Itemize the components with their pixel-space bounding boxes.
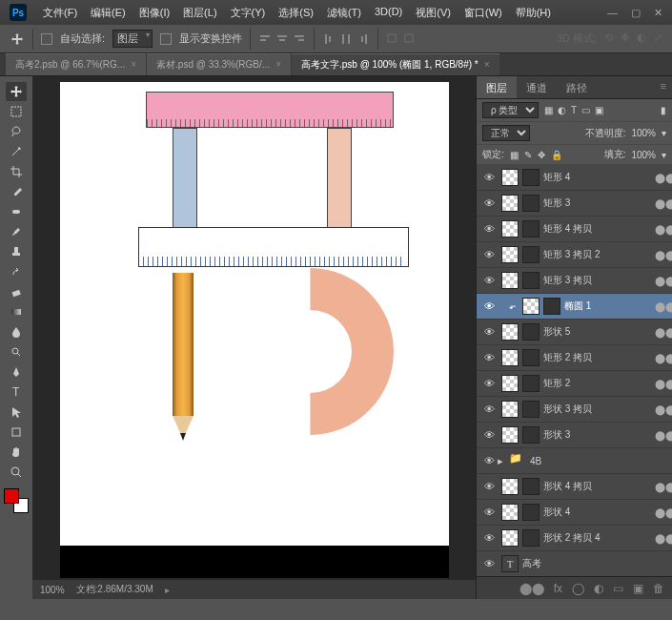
panel-menu-icon[interactable]: ≡ <box>655 76 672 98</box>
layer-name[interactable]: 矩形 3 <box>543 196 655 210</box>
align-icons[interactable] <box>258 32 306 46</box>
visibility-toggle[interactable]: 👁 <box>480 172 498 183</box>
dodge-tool[interactable] <box>6 342 27 362</box>
magic-wand-tool[interactable] <box>6 142 27 161</box>
menu-item[interactable]: 编辑(E) <box>84 6 132 20</box>
filter-kind-dropdown[interactable]: ρ 类型 <box>482 102 539 118</box>
layer-row[interactable]: 👁矩形 3 拷贝⬤⬤ <box>477 268 672 294</box>
statusbar-flyout-icon[interactable]: ▸ <box>165 585 170 595</box>
fill-value[interactable]: 100% <box>631 150 656 160</box>
new-layer-icon[interactable]: ▣ <box>633 582 643 595</box>
distribute-icons[interactable] <box>322 32 370 46</box>
lock-paint-icon[interactable]: ✎ <box>524 150 532 160</box>
visibility-toggle[interactable]: 👁 <box>480 223 498 235</box>
layer-fx-icon[interactable]: fx <box>554 582 562 595</box>
layer-row[interactable]: 👁矩形 2 拷贝⬤⬤ <box>477 345 672 371</box>
layer-row[interactable]: 👁矩形 3 拷贝 2⬤⬤ <box>477 242 672 268</box>
scale-icon[interactable]: ⤢ <box>654 31 662 46</box>
document-tab[interactable]: 高考文字.psb @ 100% (椭圆 1, RGB/8#) *× <box>292 53 499 75</box>
hand-tool[interactable] <box>6 443 27 462</box>
filter-smart-icon[interactable]: ▣ <box>595 105 603 115</box>
move-tool[interactable] <box>6 82 27 101</box>
filter-shape-icon[interactable]: ▭ <box>581 105 590 115</box>
auto-select-target-dropdown[interactable]: 图层 <box>112 30 153 48</box>
menu-item[interactable]: 滤镜(T) <box>320 6 368 20</box>
filter-type-icon[interactable]: T <box>571 105 577 115</box>
visibility-toggle[interactable]: 👁 <box>480 481 498 492</box>
stamp-tool[interactable] <box>6 242 27 261</box>
filter-pixel-icon[interactable]: ▦ <box>544 105 553 115</box>
blur-tool[interactable] <box>6 322 27 341</box>
history-brush-tool[interactable] <box>6 262 27 281</box>
layer-name[interactable]: 矩形 4 <box>543 171 655 184</box>
layer-row[interactable]: 👁形状 5⬤⬤ <box>477 320 672 345</box>
visibility-toggle[interactable]: 👁 <box>480 352 498 363</box>
tab-close-icon[interactable]: × <box>484 59 490 70</box>
zoom-tool[interactable] <box>6 463 27 482</box>
folder-toggle-icon[interactable]: ▸ <box>498 455 503 467</box>
adjustment-layer-icon[interactable]: ◐ <box>594 582 603 595</box>
layer-mask-icon[interactable]: ◯ <box>572 582 584 595</box>
layer-row[interactable]: 👁形状 4⬤⬤ <box>477 500 672 526</box>
crop-tool[interactable] <box>6 162 27 181</box>
menu-item[interactable]: 图层(L) <box>176 6 223 20</box>
layer-name[interactable]: 形状 4 拷贝 <box>543 480 655 493</box>
healing-tool[interactable] <box>6 202 27 221</box>
menu-item[interactable]: 窗口(W) <box>458 6 509 20</box>
marquee-tool[interactable] <box>6 102 27 121</box>
visibility-toggle[interactable]: 👁 <box>480 506 498 518</box>
layer-name[interactable]: 形状 3 <box>543 428 655 442</box>
menu-item[interactable]: 视图(V) <box>409 6 458 20</box>
tab-close-icon[interactable]: × <box>131 59 136 70</box>
layer-name[interactable]: 椭圆 1 <box>564 300 655 313</box>
delete-layer-icon[interactable]: 🗑 <box>653 582 664 595</box>
show-transform-checkbox[interactable] <box>160 33 172 45</box>
visibility-toggle[interactable]: 👁 <box>480 326 498 338</box>
layer-row[interactable]: 👁形状 3 拷贝⬤⬤ <box>477 397 672 423</box>
layer-name[interactable]: 4B <box>530 456 668 466</box>
eraser-tool[interactable] <box>6 282 27 301</box>
foreground-color[interactable] <box>4 488 19 504</box>
visibility-toggle[interactable]: 👁 <box>480 275 498 286</box>
layer-name[interactable]: 形状 4 <box>543 506 655 519</box>
pen-tool[interactable] <box>6 362 27 382</box>
shape-tool[interactable] <box>6 423 27 442</box>
dropdown-icon[interactable]: ▾ <box>662 128 666 138</box>
move-tool-icon[interactable] <box>10 31 25 47</box>
layer-name[interactable]: 矩形 2 拷贝 <box>543 351 655 364</box>
layer-name[interactable]: 形状 5 <box>543 325 655 339</box>
panel-tab[interactable]: 通道 <box>517 76 557 98</box>
panel-tab[interactable]: 图层 <box>477 76 517 98</box>
tab-close-icon[interactable]: × <box>275 59 281 70</box>
maximize-icon[interactable]: ▢ <box>631 7 641 19</box>
filter-toggle[interactable]: ▮ <box>661 105 666 115</box>
layer-row[interactable]: 👁T高考 <box>477 551 672 576</box>
visibility-toggle[interactable]: 👁 <box>480 300 498 312</box>
visibility-toggle[interactable]: 👁 <box>480 378 498 389</box>
menu-item[interactable]: 文件(F) <box>36 6 84 20</box>
orbit-icon[interactable]: ⟲ <box>604 31 613 46</box>
roll-icon[interactable]: ◐ <box>637 31 646 46</box>
visibility-toggle[interactable]: 👁 <box>480 558 498 569</box>
group-icon[interactable]: ▭ <box>613 582 623 595</box>
visibility-toggle[interactable]: 👁 <box>480 429 498 441</box>
layer-name[interactable]: 矩形 3 拷贝 2 <box>543 248 655 261</box>
brush-tool[interactable] <box>6 222 27 241</box>
type-tool[interactable]: T <box>6 382 27 402</box>
layer-name[interactable]: 矩形 3 拷贝 <box>543 274 655 287</box>
auto-select-checkbox[interactable] <box>41 33 52 45</box>
document-canvas[interactable] <box>60 82 449 578</box>
layer-row[interactable]: 👁⬐椭圆 1⬤⬤ <box>477 294 672 320</box>
zoom-level[interactable]: 100% <box>40 585 65 595</box>
filter-adjust-icon[interactable]: ◐ <box>558 105 566 115</box>
layer-name[interactable]: 形状 2 拷贝 4 <box>543 531 655 545</box>
layer-name[interactable]: 形状 3 拷贝 <box>543 403 655 416</box>
lock-all-icon[interactable]: 🔒 <box>551 150 562 160</box>
menu-item[interactable]: 选择(S) <box>272 6 320 20</box>
layer-row[interactable]: 👁形状 2 拷贝 4⬤⬤ <box>477 526 672 551</box>
lasso-tool[interactable] <box>6 122 27 141</box>
eyedropper-tool[interactable] <box>6 182 27 201</box>
opacity-value[interactable]: 100% <box>631 128 656 138</box>
minimize-icon[interactable]: — <box>607 7 618 19</box>
lock-trans-icon[interactable]: ▦ <box>510 150 519 160</box>
